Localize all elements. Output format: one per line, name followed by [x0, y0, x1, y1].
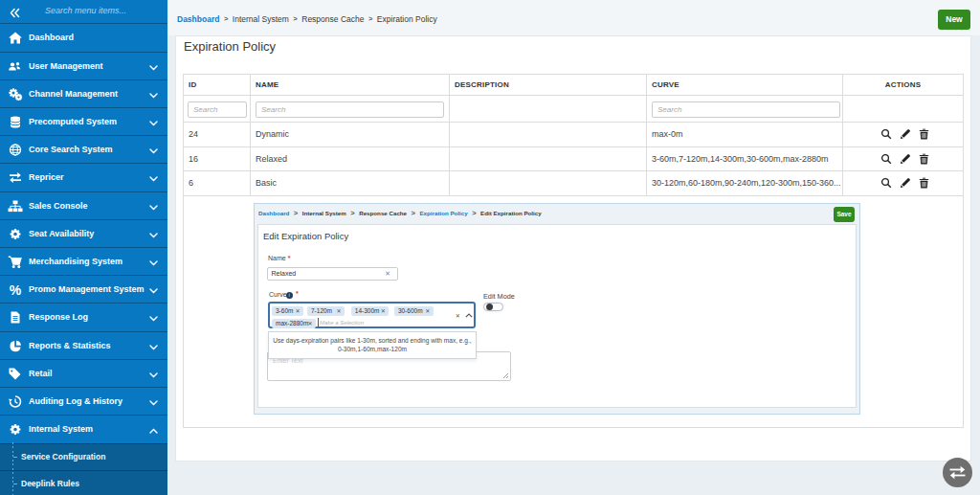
- svg-text:%: %: [10, 283, 22, 297]
